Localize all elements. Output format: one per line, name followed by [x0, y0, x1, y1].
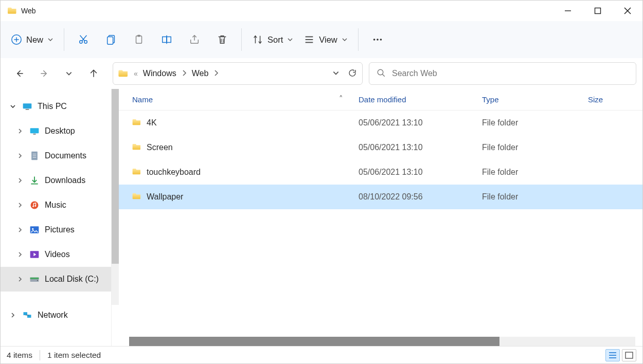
- sidebar-item-videos[interactable]: Videos: [1, 242, 111, 267]
- column-date-modified[interactable]: Date modified: [359, 95, 482, 104]
- copy-icon: [105, 34, 117, 45]
- table-row[interactable]: 4K05/06/2021 13:10File folder: [112, 111, 642, 135]
- maximize-button[interactable]: [583, 1, 613, 21]
- svg-point-41: [32, 206, 34, 207]
- svg-rect-50: [24, 312, 28, 315]
- svg-point-23: [373, 39, 376, 41]
- share-button[interactable]: [181, 28, 208, 51]
- chevron-right-icon[interactable]: [16, 128, 24, 134]
- sidebar-item-this-pc[interactable]: This PC: [1, 94, 111, 119]
- pc-icon: [22, 101, 32, 112]
- sidebar-label: Network: [38, 311, 68, 320]
- minimize-button[interactable]: [553, 1, 583, 21]
- network-icon: [22, 310, 32, 320]
- status-item-count: 4 items: [7, 351, 32, 360]
- svg-point-40: [31, 202, 39, 209]
- chevron-right-icon[interactable]: [16, 251, 24, 258]
- svg-rect-13: [136, 36, 142, 44]
- history-dropdown[interactable]: [332, 69, 340, 78]
- view-icon: [303, 34, 315, 45]
- file-name: 4K: [147, 118, 157, 128]
- svg-point-24: [377, 39, 379, 41]
- breadcrumb-segment[interactable]: Windows: [143, 69, 176, 78]
- copy-button[interactable]: [97, 28, 125, 51]
- body: This PC DesktopDocumentsDownloadsMusicPi…: [1, 89, 642, 346]
- new-button[interactable]: New: [6, 28, 59, 51]
- folder-icon: [118, 69, 129, 79]
- column-headers: Name ˄ Date modified Type Size: [112, 89, 642, 111]
- file-name: Wallpaper: [147, 192, 183, 202]
- nav-buttons: [7, 67, 106, 80]
- table-row[interactable]: Wallpaper08/10/2022 09:56File folder: [112, 185, 642, 209]
- folder-icon: [132, 118, 141, 128]
- more-button[interactable]: [364, 28, 391, 51]
- view-button[interactable]: View: [298, 28, 352, 51]
- downloads-icon: [29, 175, 40, 186]
- search-box[interactable]: [369, 62, 636, 85]
- sort-caret-icon: ˄: [339, 94, 343, 103]
- chevron-right-icon[interactable]: [16, 202, 24, 208]
- sidebar-item-documents[interactable]: Documents: [1, 143, 111, 168]
- svg-rect-16: [167, 37, 171, 43]
- sidebar-label: Downloads: [45, 176, 85, 185]
- view-label: View: [319, 35, 337, 45]
- details-view-button[interactable]: [605, 349, 620, 361]
- up-button[interactable]: [87, 67, 100, 80]
- sidebar-item-network[interactable]: Network: [1, 303, 111, 327]
- table-row[interactable]: Screen05/06/2021 13:10File folder: [112, 135, 642, 160]
- music-icon: [29, 200, 40, 210]
- chevron-down-icon: [287, 37, 293, 43]
- file-list: Name ˄ Date modified Type Size 4K05/06/2…: [112, 89, 642, 346]
- breadcrumb-overflow[interactable]: «: [134, 69, 138, 78]
- chevron-right-icon[interactable]: [16, 177, 24, 184]
- sidebar-item-pictures[interactable]: Pictures: [1, 217, 111, 242]
- svg-rect-14: [137, 35, 140, 37]
- folder-icon: [132, 143, 141, 152]
- sidebar-item-downloads[interactable]: Downloads: [1, 168, 111, 193]
- chevron-right-icon[interactable]: [16, 153, 24, 159]
- desktop-icon: [29, 126, 40, 136]
- svg-point-25: [380, 39, 382, 41]
- rename-button[interactable]: [153, 28, 181, 51]
- recent-locations-button[interactable]: [62, 67, 76, 80]
- sidebar-item-desktop[interactable]: Desktop: [1, 119, 111, 143]
- disk-icon: [29, 274, 40, 284]
- sort-button[interactable]: Sort: [247, 28, 298, 51]
- forward-button[interactable]: [38, 67, 51, 80]
- chevron-right-icon: [213, 69, 219, 78]
- toolbar-separator: [64, 28, 64, 51]
- paste-button[interactable]: [125, 28, 153, 51]
- scrollbar-thumb[interactable]: [112, 89, 119, 264]
- pictures-icon: [29, 225, 40, 235]
- chevron-down-icon[interactable]: [9, 103, 17, 110]
- file-date: 05/06/2021 13:10: [359, 168, 482, 177]
- refresh-button[interactable]: [348, 68, 357, 79]
- sidebar-label: Music: [45, 201, 66, 210]
- horizontal-scrollbar[interactable]: [129, 337, 635, 346]
- search-input[interactable]: [392, 69, 629, 78]
- chevron-down-icon: [342, 37, 348, 43]
- delete-button[interactable]: [208, 28, 236, 51]
- sidebar-label: Videos: [45, 250, 70, 259]
- file-type: File folder: [482, 143, 588, 152]
- column-name[interactable]: Name ˄: [132, 95, 359, 104]
- breadcrumb-segment[interactable]: Web: [192, 69, 209, 78]
- chevron-right-icon[interactable]: [9, 312, 17, 318]
- breadcrumb[interactable]: « Windows Web: [113, 62, 363, 85]
- thumbnails-view-button[interactable]: [622, 349, 636, 361]
- chevron-right-icon[interactable]: [16, 227, 24, 233]
- file-date: 05/06/2021 13:10: [359, 143, 482, 152]
- sort-icon: [252, 34, 263, 45]
- chevron-right-icon[interactable]: [16, 276, 24, 282]
- folder-icon: [132, 168, 141, 177]
- table-row[interactable]: touchkeyboard05/06/2021 13:10File folder: [112, 160, 642, 185]
- status-bar: 4 items 1 item selected: [1, 346, 642, 363]
- cut-button[interactable]: [69, 28, 97, 51]
- sidebar-item-music[interactable]: Music: [1, 193, 111, 217]
- column-size[interactable]: Size: [588, 95, 642, 104]
- sidebar-item-local-disk-c-[interactable]: Local Disk (C:): [1, 267, 111, 292]
- column-type[interactable]: Type: [482, 95, 588, 104]
- horizontal-scroll-thumb[interactable]: [129, 337, 499, 346]
- close-button[interactable]: [613, 1, 642, 21]
- back-button[interactable]: [13, 67, 26, 80]
